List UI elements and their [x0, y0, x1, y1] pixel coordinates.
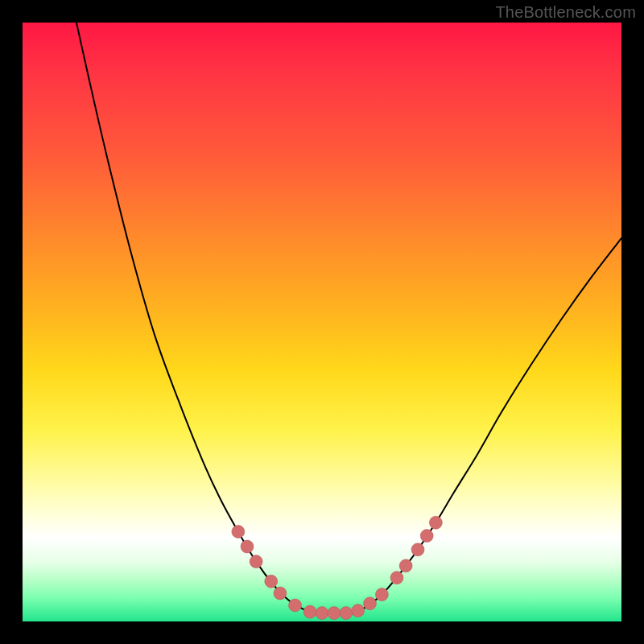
curve-marker [316, 607, 328, 620]
curve-marker [352, 605, 365, 617]
curve-marker [274, 587, 287, 600]
curve-marker [429, 516, 442, 529]
curve-svg [23, 23, 621, 621]
watermark-text: TheBottleneck.com [495, 3, 636, 22]
curve-marker [390, 572, 403, 584]
curve-marker [265, 575, 278, 588]
curve-marker [289, 599, 302, 612]
curve-marker [420, 530, 433, 543]
curve-marker [232, 525, 245, 538]
curve-marker [411, 543, 424, 556]
curve-marker [250, 555, 262, 568]
curve-marker [241, 540, 254, 553]
chart-frame: TheBottleneck.com [0, 0, 644, 644]
curve-marker [364, 597, 377, 610]
curve-marker [303, 605, 316, 618]
curve-marker [375, 588, 388, 601]
plot-area [23, 23, 621, 621]
curve-marker [340, 607, 353, 620]
bottleneck-curve [76, 23, 621, 613]
curve-markers [232, 516, 443, 619]
curve-marker [328, 607, 341, 620]
curve-marker [399, 559, 412, 572]
